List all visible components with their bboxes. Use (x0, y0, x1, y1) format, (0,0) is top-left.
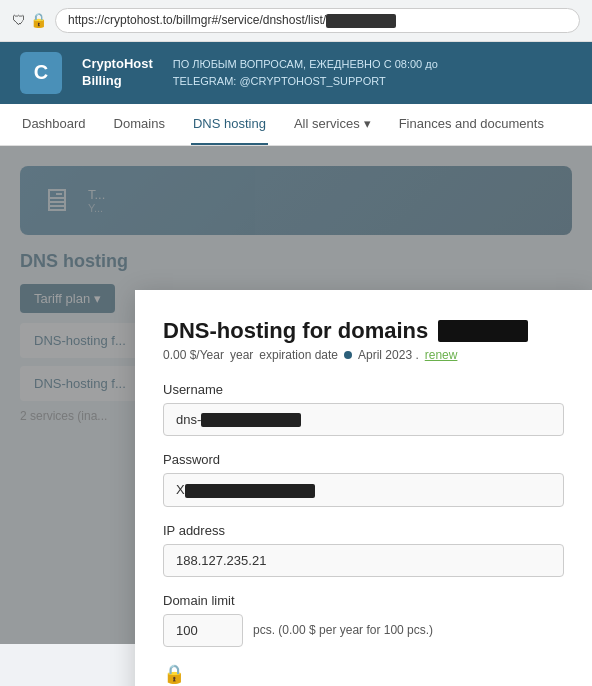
ip-address-label: IP address (163, 523, 564, 538)
username-group: Username dns- (163, 382, 564, 437)
chevron-down-icon: ▾ (364, 116, 371, 131)
domain-limit-group: Domain limit pcs. (0.00 $ per year for 1… (163, 593, 564, 685)
browser-security-icons: 🛡 🔒 (12, 12, 47, 28)
nav-item-dashboard[interactable]: Dashboard (20, 104, 88, 145)
password-redacted (185, 484, 315, 498)
password-group: Password X (163, 452, 564, 507)
header-notice: ПО ЛЮБЫМ ВОПРОСАМ, ЕЖЕДНЕВНО С 08:00 до … (173, 56, 438, 89)
title-redacted (438, 320, 528, 342)
domain-limit-row: pcs. (0.00 $ per year for 100 pcs.) (163, 614, 564, 647)
domain-limit-label: Domain limit (163, 593, 564, 608)
ip-address-group: IP address (163, 523, 564, 577)
url-text: https://cryptohost.to/billmgr#/service/d… (68, 13, 567, 28)
username-label: Username (163, 382, 564, 397)
logo-title-line2: Billing (82, 73, 153, 90)
site-header: C CryptoHost Billing ПО ЛЮБЫМ ВОПРОСАМ, … (0, 42, 592, 104)
domain-limit-note: pcs. (0.00 $ per year for 100 pcs.) (253, 623, 433, 637)
ip-address-input[interactable] (163, 544, 564, 577)
logo-title-line1: CryptoHost (82, 56, 153, 73)
url-bar[interactable]: https://cryptohost.to/billmgr#/service/d… (55, 8, 580, 33)
modal-dns-hosting: DNS-hosting for domains 0.00 $/Year year… (135, 290, 592, 686)
main-content: 🖥 T... Y... DNS hosting Tariff plan ▾ DN… (0, 146, 592, 644)
password-display: X (163, 473, 564, 507)
logo-text: CryptoHost Billing (82, 56, 153, 90)
logo-icon: C (20, 52, 62, 94)
modal-title: DNS-hosting for domains (163, 318, 564, 344)
nav-item-all-services[interactable]: All services ▾ (292, 104, 373, 145)
shield-icon: 🛡 (12, 12, 26, 28)
domain-limit-input[interactable] (163, 614, 243, 647)
modal-meta: 0.00 $/Year year expiration date April 2… (163, 348, 564, 362)
main-nav: Dashboard Domains DNS hosting All servic… (0, 104, 592, 146)
meta-dot (344, 351, 352, 359)
lock-icon-field: 🔒 (163, 663, 564, 685)
nav-item-finances[interactable]: Finances and documents (397, 104, 546, 145)
lock-icon: 🔒 (30, 12, 47, 28)
nav-item-dns-hosting[interactable]: DNS hosting (191, 104, 268, 145)
nav-item-domains[interactable]: Domains (112, 104, 167, 145)
browser-bar: 🛡 🔒 https://cryptohost.to/billmgr#/servi… (0, 0, 592, 42)
username-display: dns- (163, 403, 564, 437)
renew-link[interactable]: renew (425, 348, 458, 362)
username-redacted (201, 413, 301, 427)
password-label: Password (163, 452, 564, 467)
